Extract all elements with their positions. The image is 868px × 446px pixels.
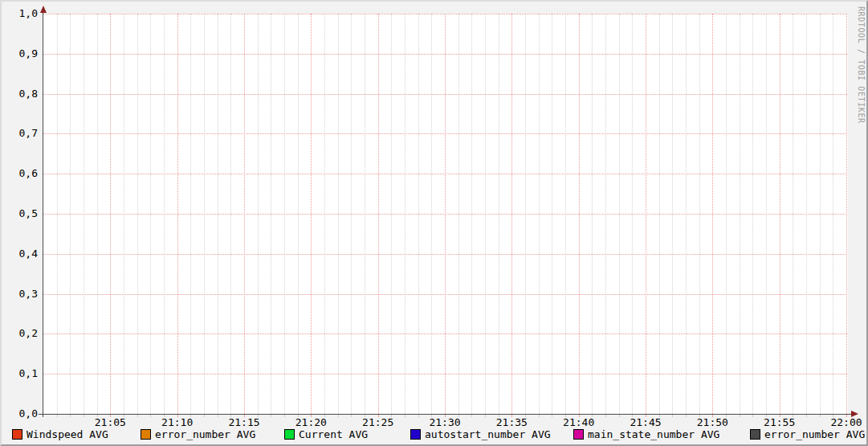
y-tick-label: 0,2 xyxy=(2,328,38,339)
x-tick-label: 22:00 xyxy=(814,417,868,428)
x-axis-tick xyxy=(70,415,71,417)
x-axis-tick xyxy=(740,415,740,417)
x-axis-tick xyxy=(752,415,753,417)
gridline-horizontal xyxy=(43,14,847,14)
x-axis-tick xyxy=(57,415,58,417)
legend-swatch-icon xyxy=(141,429,151,440)
y-tick-label: 1,0 xyxy=(2,8,38,19)
x-axis-tick xyxy=(539,415,540,417)
x-axis-tick xyxy=(378,415,379,417)
x-axis-tick xyxy=(338,415,339,417)
x-axis-tick xyxy=(780,415,780,417)
x-axis-tick xyxy=(324,415,325,417)
y-tick-label: 0,1 xyxy=(2,368,38,379)
x-axis-tick xyxy=(806,415,807,417)
y-tick-label: 0,3 xyxy=(2,288,38,300)
y-tick-label: 0,4 xyxy=(2,248,38,260)
x-tick-label: 21:40 xyxy=(547,417,611,428)
y-tick-label: 0,0 xyxy=(2,408,38,419)
legend-swatch-icon xyxy=(573,429,584,440)
x-axis-tick xyxy=(351,415,352,417)
x-axis-tick xyxy=(471,415,472,417)
x-axis-tick xyxy=(712,415,713,417)
x-tick-label: 21:25 xyxy=(346,417,410,428)
y-axis-arrow-icon xyxy=(40,6,47,13)
legend-swatch-icon xyxy=(12,429,22,440)
gridline-horizontal xyxy=(43,333,847,334)
gridline-horizontal xyxy=(43,133,847,134)
legend-item: Windspeed AVG xyxy=(12,428,108,441)
y-tick-label: 0,6 xyxy=(2,168,38,179)
legend-item: error_number AVG xyxy=(750,428,865,441)
y-tick-label: 0,5 xyxy=(2,208,38,219)
y-tick-label: 0,9 xyxy=(2,48,38,59)
x-axis-tick xyxy=(511,415,512,417)
x-tick-label: 21:10 xyxy=(145,417,210,428)
x-tick-label: 21:20 xyxy=(279,417,343,428)
rrdtool-graph: 1,00,90,80,70,60,50,40,30,20,10,0 21:052… xyxy=(0,0,868,446)
legend-label: Windspeed AVG xyxy=(26,428,108,440)
x-axis-tick xyxy=(230,415,231,417)
x-axis-tick xyxy=(592,415,593,417)
legend-swatch-icon xyxy=(750,429,760,440)
x-axis-tick xyxy=(110,415,111,417)
x-axis-tick xyxy=(405,415,405,417)
x-axis-tick xyxy=(84,415,84,417)
gridline-horizontal xyxy=(43,294,847,295)
x-axis-tick xyxy=(298,415,299,417)
x-axis-tick xyxy=(391,415,392,417)
x-axis-tick xyxy=(311,415,312,417)
x-axis xyxy=(39,414,856,415)
x-tick-label: 21:15 xyxy=(212,417,276,428)
x-axis-tick xyxy=(445,415,446,417)
x-axis-tick xyxy=(686,415,687,417)
x-axis-tick xyxy=(97,415,98,417)
x-axis-tick xyxy=(499,415,499,417)
legend-swatch-icon xyxy=(284,429,295,440)
x-axis-tick xyxy=(458,415,459,417)
x-axis-tick xyxy=(190,415,191,417)
x-axis-tick xyxy=(124,415,124,417)
x-axis-tick xyxy=(619,415,620,417)
legend-item: error_number AVG xyxy=(141,428,255,441)
x-axis-tick xyxy=(552,415,552,417)
legend-label: error_number AVG xyxy=(155,428,255,440)
x-axis-tick xyxy=(793,415,793,417)
x-axis-tick xyxy=(204,415,205,417)
legend: Windspeed AVGerror_number AVGCurrent AVG… xyxy=(2,428,866,441)
gridline-horizontal xyxy=(43,174,847,174)
x-axis-tick xyxy=(271,415,271,417)
rrdtool-watermark: RRDTOOL / TOBI OETIKER xyxy=(856,6,866,124)
gridline-horizontal xyxy=(43,54,847,55)
legend-item: Current AVG xyxy=(284,428,368,441)
legend-swatch-icon xyxy=(410,429,421,440)
legend-label: error_number AVG xyxy=(764,428,865,440)
x-axis-tick xyxy=(137,415,138,417)
x-axis-tick xyxy=(846,415,847,417)
x-axis-tick xyxy=(525,415,526,417)
gridline-horizontal xyxy=(43,94,847,95)
x-tick-label: 21:55 xyxy=(748,417,812,428)
legend-item: main_state_number AVG xyxy=(573,428,719,441)
legend-label: Current AVG xyxy=(299,428,368,440)
x-axis-tick xyxy=(258,415,259,417)
gridline-horizontal xyxy=(43,214,847,215)
legend-item: autostart_number AVG xyxy=(410,428,551,441)
x-axis-tick xyxy=(565,415,566,417)
x-axis-tick xyxy=(579,415,580,417)
x-axis-tick xyxy=(485,415,486,417)
x-axis-tick xyxy=(659,415,660,417)
y-axis xyxy=(43,12,43,417)
x-axis-tick xyxy=(646,415,646,417)
x-axis-tick xyxy=(820,415,821,417)
x-tick-label: 21:30 xyxy=(413,417,477,428)
x-axis-tick xyxy=(605,415,606,417)
x-axis-tick xyxy=(365,415,365,417)
x-axis-tick xyxy=(150,415,151,417)
x-tick-label: 21:50 xyxy=(680,417,744,428)
x-tick-label: 21:35 xyxy=(479,417,544,428)
y-tick-label: 0,8 xyxy=(2,88,38,100)
x-axis-tick xyxy=(244,415,245,417)
x-axis-tick xyxy=(284,415,285,417)
x-axis-tick xyxy=(833,415,833,417)
